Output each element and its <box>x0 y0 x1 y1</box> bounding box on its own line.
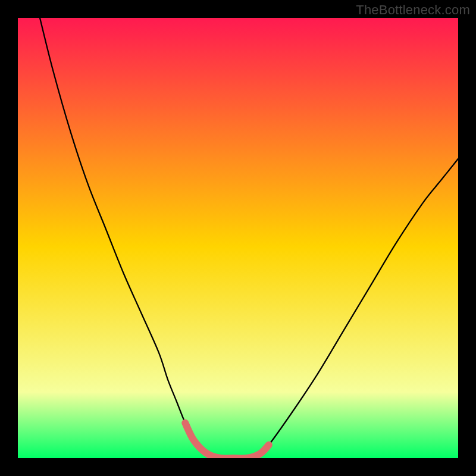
chart-frame: TheBottleneck.com <box>0 0 476 476</box>
plot-area <box>18 18 458 458</box>
gradient-background <box>18 18 458 458</box>
bottleneck-chart-svg <box>18 18 458 458</box>
watermark-text: TheBottleneck.com <box>356 2 470 18</box>
